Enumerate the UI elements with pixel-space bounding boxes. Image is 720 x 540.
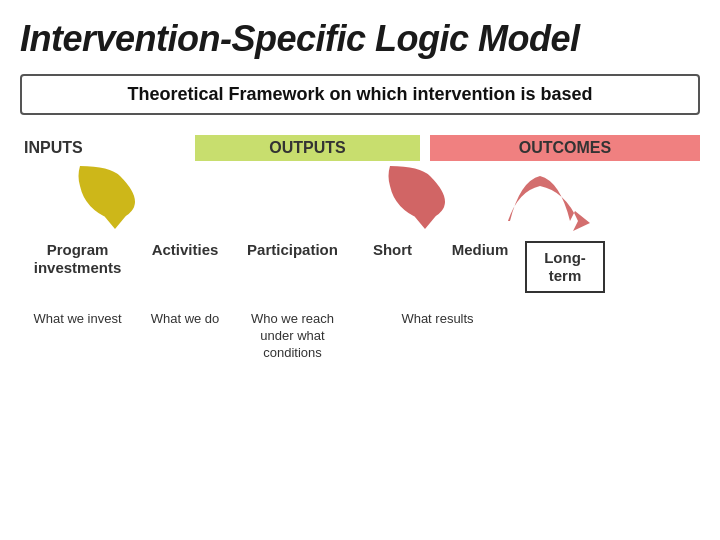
content-row: Program investments Activities Participa… [20,241,700,293]
page: Intervention-Specific Logic Model Theore… [0,0,720,540]
outputs-label: OUTPUTS [195,135,420,161]
section-labels: INPUTS OUTPUTS OUTCOMES [20,135,700,161]
subtext-row: What we invest What we do Who we reach u… [20,311,700,362]
col-short: Short [350,241,435,259]
col-participation: Participation [235,241,350,259]
framework-box: Theoretical Framework on which intervent… [20,74,700,115]
outcomes-label: OUTCOMES [430,135,700,161]
inputs-label: INPUTS [20,139,175,157]
arrows-container [20,161,700,233]
page-title: Intervention-Specific Logic Model [20,18,700,60]
arrows-svg [20,161,700,231]
subtext-invest: What we invest [20,311,135,328]
col-medium: Medium [435,241,525,259]
subtext-do: What we do [135,311,235,328]
subtext-results: What results [350,311,525,328]
col-program-investments: Program investments [20,241,135,277]
subtext-reach: Who we reach under what conditions [235,311,350,362]
col-longterm: Long-term [525,241,605,293]
col-activities: Activities [135,241,235,259]
